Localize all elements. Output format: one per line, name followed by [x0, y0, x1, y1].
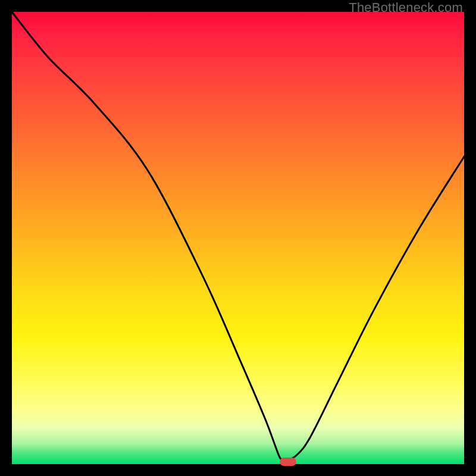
minimum-marker [280, 458, 296, 466]
bottleneck-curve [12, 12, 464, 464]
chart-container: TheBottleneck.com [0, 0, 476, 476]
plot-area [12, 12, 464, 464]
